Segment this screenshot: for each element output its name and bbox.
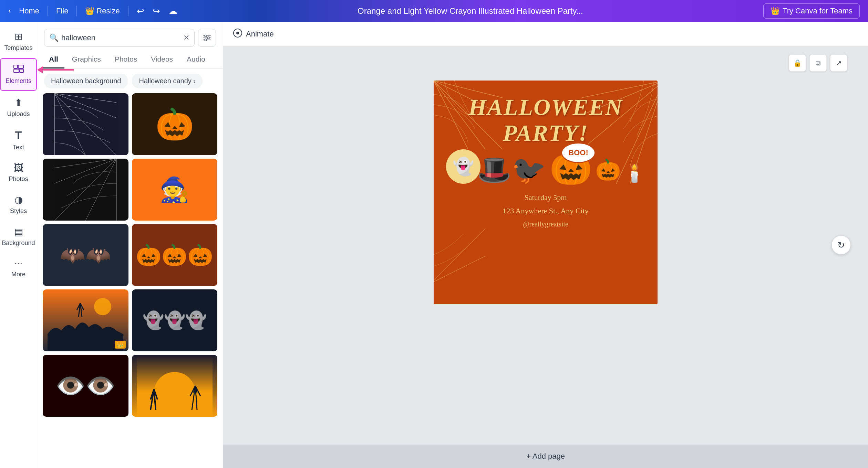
svg-line-36 (434, 228, 485, 284)
svg-line-11 (54, 93, 85, 155)
ghost-ball: 👻 (446, 149, 480, 184)
canvas-icons-row: 🔒 ⧉ ↗ (789, 54, 847, 72)
sidebar-item-text[interactable]: T Text (0, 124, 37, 157)
more-icon: ··· (14, 258, 22, 269)
suggestion-candy[interactable]: Halloween candy › (132, 74, 203, 88)
halloween-poster: HALLOWEEN PARTY! BOO! 👻 (434, 81, 658, 304)
redo-button[interactable]: ↪ (153, 6, 160, 17)
tab-photos[interactable]: Photos (108, 51, 143, 68)
sidebar-item-elements[interactable]: Elements (0, 58, 37, 91)
premium-badge: 👑 (115, 341, 126, 349)
left-panel: 🔍 ✕ All Graphics Photos Videos (37, 22, 223, 468)
grid-item-spider-web-2[interactable] (43, 159, 128, 221)
svg-point-23 (154, 372, 195, 413)
search-bar: 🔍 ✕ (37, 22, 223, 51)
refresh-button-container: ↻ (831, 235, 851, 255)
styles-icon: ◑ (14, 194, 23, 205)
suggestions-row: Halloween background Halloween candy › (37, 69, 223, 93)
tabs: All Graphics Photos Videos Audio (37, 51, 223, 69)
sidebar-item-more[interactable]: ··· More (0, 252, 37, 284)
svg-rect-2 (14, 69, 19, 73)
grid-container: 🎃 (43, 93, 217, 417)
sidebar-item-templates[interactable]: ⊞ Templates (0, 25, 37, 57)
topbar: ‹ Home File 👑 Resize ↩ ↪ ☁ Orange and Li… (0, 0, 868, 22)
grid-item-ghosts[interactable]: 👻👻👻 (132, 289, 218, 351)
teams-crown-icon: 👑 (771, 7, 780, 15)
svg-line-16 (85, 159, 116, 221)
clear-search-icon[interactable]: ✕ (183, 33, 189, 42)
svg-point-7 (205, 35, 207, 37)
sidebar-item-uploads[interactable]: ⬆ Uploads (0, 92, 37, 124)
resize-button[interactable]: 👑 Resize (85, 7, 120, 15)
nav-divider (48, 6, 48, 16)
canvas-area: Animate 🔒 ⧉ ↗ ↻ (223, 22, 868, 468)
add-page-button[interactable]: + Add page (526, 452, 565, 461)
back-button[interactable]: ‹ (8, 7, 11, 15)
home-button[interactable]: Home (19, 7, 39, 15)
share-button[interactable]: ↗ (830, 54, 847, 72)
poster-web-bl (434, 228, 485, 284)
add-page-bar[interactable]: + Add page (223, 445, 868, 468)
search-input[interactable] (61, 33, 183, 42)
filter-button[interactable] (198, 29, 216, 47)
grid-item-moon-tree[interactable] (132, 355, 218, 417)
grid-item-bats[interactable]: 🦇🦇 (43, 224, 128, 286)
svg-line-10 (54, 93, 116, 155)
sidebar-item-styles[interactable]: ◑ Styles (0, 189, 37, 221)
svg-line-14 (54, 93, 116, 103)
grid-item-witch[interactable]: 🧙 (132, 159, 218, 221)
svg-line-19 (54, 159, 116, 168)
poster-title: HALLOWEEN PARTY! (468, 94, 623, 146)
elements-icon (13, 64, 24, 75)
grid-item-spider-web-1[interactable] (43, 93, 128, 155)
background-icon: ▤ (14, 226, 23, 237)
cloud-save-icon: ☁ (168, 6, 177, 17)
svg-point-21 (94, 298, 111, 315)
svg-line-13 (54, 93, 116, 118)
suggestion-background[interactable]: Halloween background (44, 74, 128, 88)
svg-rect-0 (14, 65, 18, 68)
sidebar-item-photos[interactable]: 🖼 Photos (0, 157, 37, 189)
chevron-right-icon: › (193, 77, 196, 85)
refresh-button[interactable]: ↻ (831, 235, 851, 255)
nav-divider-3 (128, 6, 128, 16)
animate-icon (233, 28, 242, 40)
main-layout: ⊞ Templates Elements ⬆ Uploads T Text 🖼 (0, 22, 868, 468)
svg-point-25 (236, 32, 239, 34)
document-title: Orange and Light Yellow Crayon Illustrat… (184, 6, 756, 16)
search-results-grid: 🎃 (37, 93, 223, 468)
svg-point-9 (205, 39, 207, 41)
templates-icon: ⊞ (14, 31, 22, 42)
sidebar-item-background[interactable]: ▤ Background (0, 221, 37, 253)
teams-button[interactable]: 👑 Try Canva for Teams (763, 3, 860, 19)
grid-item-pumpkins-dark[interactable]: 🎃🎃🎃 (132, 224, 218, 286)
grid-item-haunted-landscape[interactable]: 👑 (43, 289, 128, 351)
search-input-wrap: 🔍 ✕ (44, 29, 195, 47)
tab-all[interactable]: All (43, 51, 64, 68)
animate-button[interactable]: Animate (233, 28, 274, 40)
home-label: Home (19, 7, 39, 15)
lock-button[interactable]: 🔒 (789, 54, 806, 72)
icon-rail: ⊞ Templates Elements ⬆ Uploads T Text 🖼 (0, 22, 37, 468)
svg-line-29 (434, 81, 468, 149)
undo-button[interactable]: ↩ (137, 6, 144, 17)
text-icon: T (15, 129, 22, 142)
tab-audio[interactable]: Audio (180, 51, 211, 68)
duplicate-button[interactable]: ⧉ (809, 54, 827, 72)
grid-item-eyes[interactable]: 👁️👁️ (43, 355, 128, 417)
search-icon: 🔍 (49, 33, 59, 42)
svg-line-18 (54, 159, 116, 183)
canvas-toolbar: Animate (223, 22, 868, 46)
file-button[interactable]: File (56, 7, 68, 15)
chevron-left-icon: ‹ (8, 7, 11, 15)
witch-hat-crow: 🎩🐦‍⬛ (477, 156, 546, 184)
tab-graphics[interactable]: Graphics (66, 51, 107, 68)
poster-main-graphic: BOO! 👻 🎩🐦‍⬛ 🎃 🎃 (434, 149, 658, 184)
crown-icon: 👑 (85, 7, 94, 15)
tab-videos[interactable]: Videos (145, 51, 179, 68)
svg-line-15 (54, 159, 116, 221)
svg-point-8 (207, 37, 209, 39)
poster-container[interactable]: HALLOWEEN PARTY! BOO! 👻 (434, 81, 658, 304)
grid-item-pumpkin-1[interactable]: 🎃 (132, 93, 218, 155)
nav-left: ‹ Home File 👑 Resize ↩ ↪ ☁ (8, 6, 177, 17)
